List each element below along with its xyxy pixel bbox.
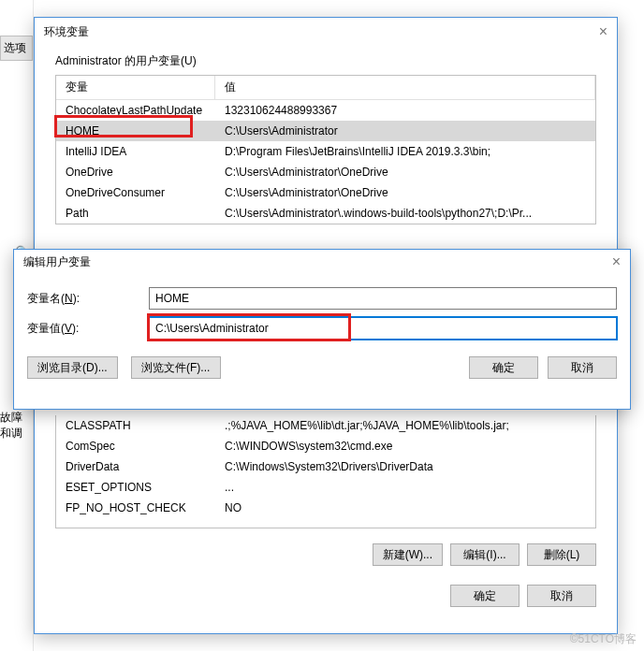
var-value-input[interactable] [149, 317, 617, 340]
options-tab[interactable]: 选项 [0, 36, 33, 61]
env-titlebar[interactable]: 环境变量 × [35, 18, 617, 46]
table-row[interactable]: HOME C:\Users\Administrator [56, 121, 595, 141]
table-row[interactable]: DriverData C:\Windows\System32\Drivers\D… [56, 456, 595, 477]
table-row[interactable]: ESET_OPTIONS ... [56, 477, 595, 498]
edit-titlebar[interactable]: 编辑用户变量 × [14, 250, 630, 274]
var-value-label: 变量值(V): [27, 321, 149, 337]
table-row[interactable]: ChocolateyLastPathUpdate 132310624488993… [56, 100, 595, 121]
delete-button[interactable]: 删除(L) [527, 543, 596, 566]
fault-label: 故障和调 [0, 410, 33, 441]
user-vars-header: 变量 值 [56, 76, 595, 100]
cancel-button[interactable]: 取消 [548, 356, 617, 379]
col-value[interactable]: 值 [215, 76, 595, 99]
col-variable[interactable]: 变量 [56, 76, 215, 99]
new-button[interactable]: 新建(W)... [373, 543, 443, 566]
edit-title: 编辑用户变量 [23, 250, 91, 274]
table-row[interactable]: FP_NO_HOST_CHECK NO [56, 498, 595, 518]
edit-button[interactable]: 编辑(I)... [450, 543, 520, 566]
table-row[interactable]: Path C:\Users\Administrator\.windows-bui… [56, 203, 595, 224]
table-row[interactable]: CLASSPATH .;%JAVA_HOME%\lib\dt.jar;%JAVA… [56, 415, 595, 436]
env-title: 环境变量 [44, 18, 89, 46]
ok-button[interactable]: 确定 [469, 356, 538, 379]
system-vars-btn-row: 新建(W)... 编辑(I)... 删除(L) [35, 536, 617, 577]
cancel-button[interactable]: 取消 [527, 585, 596, 607]
close-icon[interactable]: × [612, 250, 621, 274]
table-row[interactable]: OneDriveConsumer C:\Users\Administrator\… [56, 182, 595, 203]
system-vars-table[interactable]: CLASSPATH .;%JAVA_HOME%\lib\dt.jar;%JAVA… [55, 415, 596, 528]
user-vars-label: Administrator 的用户变量(U) [35, 46, 617, 75]
ok-button[interactable]: 确定 [450, 585, 520, 607]
browse-dir-button[interactable]: 浏览目录(D)... [27, 356, 118, 379]
var-name-label: 变量名(N): [27, 291, 149, 307]
table-row[interactable]: OneDrive C:\Users\Administrator\OneDrive [56, 162, 595, 182]
browse-file-button[interactable]: 浏览文件(F)... [131, 356, 221, 379]
table-row[interactable]: IntelliJ IDEA D:\Program Files\JetBrains… [56, 141, 595, 162]
close-icon[interactable]: × [599, 18, 607, 46]
edit-user-variable-dialog: 编辑用户变量 × 变量名(N): 变量值(V): 浏览目录(D)... 浏览文件… [13, 249, 631, 410]
table-row[interactable]: ComSpec C:\WINDOWS\system32\cmd.exe [56, 436, 595, 456]
var-name-input[interactable] [149, 287, 617, 310]
env-dialog-footer: 确定 取消 [35, 577, 617, 618]
user-vars-table[interactable]: 变量 值 ChocolateyLastPathUpdate 1323106244… [55, 75, 596, 224]
